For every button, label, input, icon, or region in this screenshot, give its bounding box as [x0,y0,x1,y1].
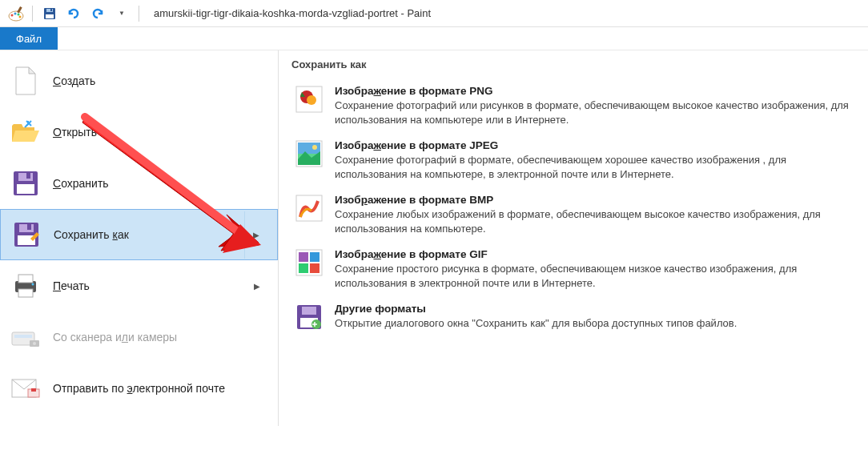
svg-point-4 [19,15,22,18]
gif-icon [295,248,323,277]
svg-rect-12 [18,173,33,181]
save-qat-button[interactable] [39,3,60,24]
svg-rect-17 [27,224,31,230]
bmp-icon [295,194,323,223]
format-desc: Сохранение простого рисунка в формате, о… [335,262,852,290]
qat-dropdown[interactable]: ▼ [111,3,132,24]
separator [139,6,139,22]
format-desc: Сохранение фотографий в формате, обеспеч… [335,153,852,181]
menu-label: Сохранить как [54,228,244,241]
email-icon [10,372,42,404]
svg-point-2 [14,12,17,14]
paint-app-icon [6,4,26,23]
redo-qat-button[interactable] [87,3,108,24]
svg-rect-13 [26,173,30,179]
file-menu: Создать Открыть [0,50,868,426]
file-menu-left: Создать Открыть [0,50,279,426]
open-folder-icon [10,116,42,148]
svg-rect-7 [46,14,54,18]
panel-title: Сохранить как [291,58,855,70]
format-item-jpeg[interactable]: Изображение в формате JPEG Сохранение фо… [291,133,855,187]
svg-point-25 [33,342,36,345]
jpeg-icon [295,139,323,168]
format-title: Другие форматы [335,303,852,315]
format-desc: Открытие диалогового окна "Сохранить как… [335,316,852,331]
save-as-submenu: Сохранить как Изображение в формате PNG … [279,50,868,426]
png-icon [295,85,323,114]
separator [32,6,33,22]
ribbon-tabs: Файл [0,27,868,50]
save-as-icon [10,219,42,251]
svg-point-3 [18,13,20,15]
new-file-icon [10,65,42,97]
svg-rect-20 [18,289,33,297]
svg-rect-44 [302,307,316,315]
svg-rect-40 [299,263,308,273]
svg-rect-11 [17,184,34,194]
svg-point-1 [11,14,14,16]
svg-rect-16 [19,224,34,232]
menu-item-email[interactable]: Отправить по электронной почте [0,363,278,414]
menu-label: Печать [53,279,246,292]
menu-item-save[interactable]: Сохранить [0,158,278,209]
format-item-other[interactable]: Другие форматы Открытие диалогового окна… [291,296,855,338]
format-title: Изображение в формате PNG [335,85,852,97]
svg-rect-28 [31,388,36,392]
format-title: Изображение в формате BMP [335,194,852,206]
scanner-icon [10,321,42,353]
format-item-png[interactable]: Изображение в формате PNG Сохранение фот… [291,78,855,133]
svg-rect-9 [50,9,52,11]
svg-point-0 [9,11,23,21]
undo-qat-button[interactable] [63,3,84,24]
menu-item-save-as[interactable]: Сохранить как ▶ [0,209,278,260]
other-formats-icon [295,303,323,331]
submenu-arrow-icon: ▶ [246,263,268,310]
window-title: amurskii-tigr-tigr-dikaia-koshka-morda-v… [154,7,431,19]
menu-label: Отправить по электронной почте [53,382,268,395]
svg-rect-19 [18,275,33,283]
format-title: Изображение в формате JPEG [335,139,852,151]
menu-label: Создать [53,74,268,87]
format-item-bmp[interactable]: Изображение в формате BMP Сохранение люб… [291,187,855,242]
menu-item-new[interactable]: Создать [0,55,278,106]
chevron-down-icon: ▼ [119,10,125,17]
file-tab[interactable]: Файл [0,27,58,50]
svg-rect-39 [310,252,319,262]
menu-label: Сохранить [53,177,268,190]
svg-point-35 [312,145,317,150]
save-icon [10,167,42,199]
format-desc: Сохранение фотографий или рисунков в фор… [335,98,852,127]
menu-label: Со сканера или камеры [53,331,268,344]
svg-point-31 [307,95,316,105]
submenu-arrow-icon: ▶ [244,211,267,259]
menu-label: Открыть [53,126,268,139]
format-title: Изображение в формате GIF [335,248,852,260]
format-desc: Сохранение любых изображений в формате, … [335,207,852,235]
svg-rect-23 [14,335,32,338]
svg-point-21 [32,283,34,286]
svg-rect-38 [299,252,308,262]
svg-rect-41 [310,263,319,273]
menu-item-print[interactable]: Печать ▶ [0,260,278,311]
menu-item-scanner: Со сканера или камеры [0,311,278,363]
format-item-gif[interactable]: Изображение в формате GIF Сохранение про… [291,242,855,296]
print-icon [10,270,42,302]
svg-rect-5 [17,6,22,13]
titlebar: ▼ amurskii-tigr-tigr-dikaia-koshka-morda… [0,0,868,27]
menu-item-open[interactable]: Открыть [0,106,278,158]
